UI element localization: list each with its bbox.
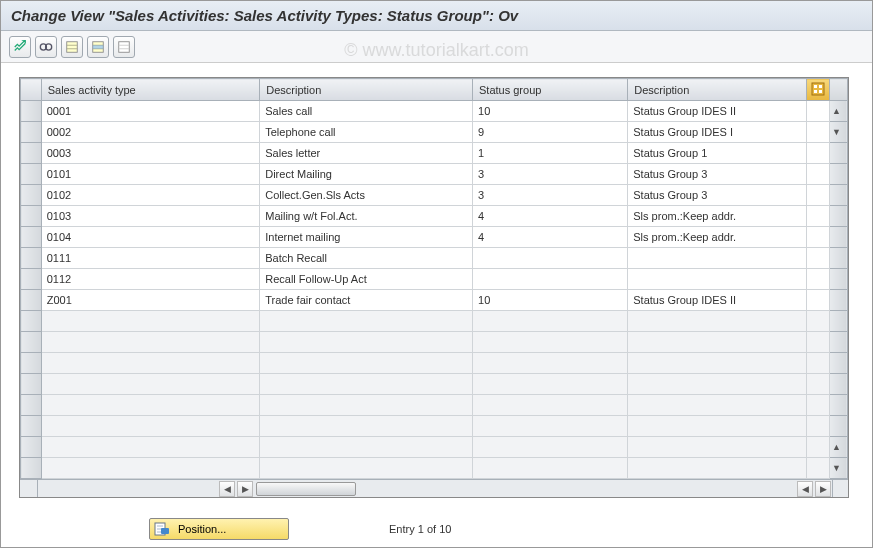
cell-type[interactable]	[41, 332, 260, 353]
cell-status-group[interactable]	[473, 374, 628, 395]
cell-desc[interactable]	[260, 437, 473, 458]
cell-status-group[interactable]: 3	[473, 164, 628, 185]
vscroll-down2-icon[interactable]: ▼	[830, 461, 844, 475]
vscroll-up2-icon[interactable]: ▲	[830, 440, 844, 454]
cell-desc2[interactable]	[628, 458, 806, 479]
cell-desc2[interactable]: Status Group IDES I	[628, 122, 806, 143]
cell-desc2[interactable]	[628, 395, 806, 416]
row-selector[interactable]	[21, 290, 42, 311]
row-selector[interactable]	[21, 374, 42, 395]
cell-status-group[interactable]: 9	[473, 122, 628, 143]
row-selector[interactable]	[21, 164, 42, 185]
cell-type[interactable]: 0101	[41, 164, 260, 185]
cell-type[interactable]	[41, 416, 260, 437]
cell-status-group[interactable]: 10	[473, 101, 628, 122]
cell-desc[interactable]: Telephone call	[260, 122, 473, 143]
row-selector[interactable]	[21, 458, 42, 479]
vscroll-cell[interactable]	[829, 227, 847, 248]
hscroll-left-icon[interactable]: ◀	[219, 481, 235, 497]
row-selector[interactable]	[21, 143, 42, 164]
cell-status-group[interactable]	[473, 395, 628, 416]
cell-type[interactable]: 0001	[41, 101, 260, 122]
hscroll-thumb[interactable]	[256, 482, 356, 496]
cell-desc[interactable]	[260, 416, 473, 437]
column-header-desc[interactable]: Description	[260, 79, 473, 101]
cell-desc[interactable]: Internet mailing	[260, 227, 473, 248]
select-block-button[interactable]	[87, 36, 109, 58]
cell-status-group[interactable]: 10	[473, 290, 628, 311]
cell-desc[interactable]: Sales call	[260, 101, 473, 122]
hscroll-left2-icon[interactable]: ◀	[797, 481, 813, 497]
cell-type[interactable]: 0112	[41, 269, 260, 290]
cell-status-group[interactable]	[473, 437, 628, 458]
row-selector[interactable]	[21, 416, 42, 437]
cell-desc2[interactable]: Status Group 3	[628, 164, 806, 185]
cell-desc[interactable]	[260, 332, 473, 353]
cell-type[interactable]: 0002	[41, 122, 260, 143]
vscroll-cell[interactable]: ▼	[829, 458, 847, 479]
cell-status-group[interactable]: 4	[473, 227, 628, 248]
cell-desc[interactable]	[260, 374, 473, 395]
vscroll-cell[interactable]	[829, 206, 847, 227]
row-selector[interactable]	[21, 332, 42, 353]
row-selector[interactable]	[21, 227, 42, 248]
vscroll-cell[interactable]	[829, 311, 847, 332]
cell-desc2[interactable]: Status Group IDES II	[628, 290, 806, 311]
row-selector[interactable]	[21, 269, 42, 290]
cell-type[interactable]	[41, 353, 260, 374]
vscroll-cell[interactable]: ▲	[829, 101, 847, 122]
column-header-type[interactable]: Sales activity type	[41, 79, 260, 101]
vscroll-up-icon[interactable]: ▲	[830, 104, 844, 118]
cell-desc[interactable]: Direct Mailing	[260, 164, 473, 185]
table-settings-button[interactable]	[806, 79, 829, 101]
cell-desc[interactable]: Batch Recall	[260, 248, 473, 269]
cell-desc2[interactable]	[628, 269, 806, 290]
vscroll-cell[interactable]	[829, 395, 847, 416]
cell-desc2[interactable]	[628, 374, 806, 395]
cell-desc[interactable]	[260, 311, 473, 332]
vscroll-cell[interactable]	[829, 143, 847, 164]
cell-type[interactable]	[41, 458, 260, 479]
cell-desc2[interactable]: Sls prom.:Keep addr.	[628, 227, 806, 248]
vscroll-down-icon[interactable]: ▼	[830, 125, 844, 139]
cell-status-group[interactable]: 3	[473, 185, 628, 206]
cell-desc[interactable]: Collect.Gen.Sls Acts	[260, 185, 473, 206]
vscroll-cell[interactable]: ▲	[829, 437, 847, 458]
position-button[interactable]: Position...	[149, 518, 289, 540]
cell-status-group[interactable]	[473, 458, 628, 479]
vscroll-cell[interactable]	[829, 269, 847, 290]
cell-desc[interactable]	[260, 458, 473, 479]
cell-desc2[interactable]	[628, 416, 806, 437]
cell-desc[interactable]	[260, 353, 473, 374]
select-all-header[interactable]	[21, 79, 42, 101]
cell-desc[interactable]: Trade fair contact	[260, 290, 473, 311]
other-view-button[interactable]	[35, 36, 57, 58]
row-selector[interactable]	[21, 122, 42, 143]
cell-type[interactable]	[41, 437, 260, 458]
vscroll-cell[interactable]	[829, 374, 847, 395]
cell-desc[interactable]	[260, 395, 473, 416]
cell-desc2[interactable]: Sls prom.:Keep addr.	[628, 206, 806, 227]
cell-type[interactable]	[41, 374, 260, 395]
cell-status-group[interactable]	[473, 416, 628, 437]
vscroll-cell[interactable]	[829, 164, 847, 185]
change-button[interactable]	[9, 36, 31, 58]
horizontal-scrollbar[interactable]: ◀ ▶ ◀ ▶	[20, 479, 848, 497]
row-selector[interactable]	[21, 395, 42, 416]
cell-desc2[interactable]	[628, 311, 806, 332]
cell-type[interactable]: 0102	[41, 185, 260, 206]
column-header-status-group[interactable]: Status group	[473, 79, 628, 101]
cell-type[interactable]: 0003	[41, 143, 260, 164]
row-selector[interactable]	[21, 206, 42, 227]
cell-status-group[interactable]	[473, 353, 628, 374]
cell-type[interactable]	[41, 311, 260, 332]
column-header-desc2[interactable]: Description	[628, 79, 806, 101]
vscroll-cell[interactable]	[829, 353, 847, 374]
row-selector[interactable]	[21, 437, 42, 458]
cell-desc[interactable]: Mailing w/t Fol.Act.	[260, 206, 473, 227]
row-selector[interactable]	[21, 185, 42, 206]
vscroll-cell[interactable]	[829, 185, 847, 206]
cell-status-group[interactable]	[473, 269, 628, 290]
deselect-all-button[interactable]	[113, 36, 135, 58]
cell-type[interactable]	[41, 395, 260, 416]
